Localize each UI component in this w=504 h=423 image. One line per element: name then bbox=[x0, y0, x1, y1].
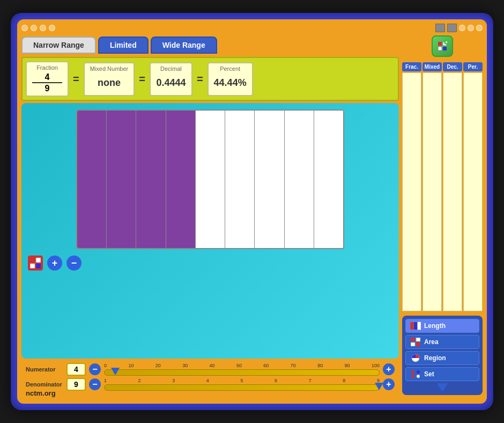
dot-7 bbox=[476, 25, 483, 31]
add-row-btn-container: + bbox=[402, 35, 483, 60]
equals-3: = bbox=[197, 73, 203, 85]
dec-data-col bbox=[443, 72, 462, 311]
add-button[interactable]: + bbox=[47, 256, 62, 271]
title-bar bbox=[21, 24, 483, 32]
numerator-plus[interactable]: + bbox=[383, 363, 395, 375]
numerator-track[interactable] bbox=[104, 369, 380, 376]
set-label: Set bbox=[424, 370, 434, 378]
right-panel: + Frac. Mixed Dec. Per. bbox=[402, 35, 483, 395]
mixed-data-col bbox=[423, 72, 442, 311]
mixed-label: Mixed Number bbox=[90, 65, 129, 72]
percent-box: Percent 44.44% bbox=[207, 62, 253, 96]
title-icons bbox=[435, 24, 483, 32]
left-panel: Narrow Range Limited Wide Range Fraction… bbox=[21, 35, 399, 395]
bar-5 bbox=[225, 111, 255, 248]
denominator-display: 9 bbox=[32, 83, 62, 93]
decimal-value: 0.4444 bbox=[156, 73, 186, 93]
mode-length[interactable]: Length bbox=[405, 319, 479, 333]
tab-wide[interactable]: Wide Range bbox=[151, 37, 217, 54]
per-data-col bbox=[463, 72, 483, 311]
controls-row: + − bbox=[28, 253, 392, 273]
numerator-label: Numerator bbox=[26, 366, 63, 373]
print-icon[interactable] bbox=[447, 24, 457, 32]
display-type-icon[interactable] bbox=[28, 256, 43, 271]
footer-text: nctm.org bbox=[26, 389, 56, 397]
percent-label: Percent bbox=[214, 65, 247, 72]
numerator-thumb[interactable] bbox=[111, 368, 120, 375]
dot-2 bbox=[31, 25, 37, 31]
dot-1 bbox=[21, 25, 28, 31]
fraction-label: Fraction bbox=[32, 64, 62, 71]
down-arrow-button[interactable] bbox=[437, 383, 448, 392]
svg-rect-12 bbox=[418, 322, 421, 330]
denominator-plus[interactable]: + bbox=[383, 378, 395, 390]
mixed-value: none bbox=[90, 73, 129, 93]
tab-narrow[interactable]: Narrow Range bbox=[21, 37, 96, 54]
bar-0 bbox=[77, 111, 107, 248]
equals-1: = bbox=[73, 73, 79, 85]
add-row-button[interactable]: + bbox=[432, 35, 453, 57]
svg-rect-7 bbox=[443, 47, 447, 50]
remove-button[interactable]: − bbox=[66, 256, 81, 271]
bars-container bbox=[76, 110, 344, 249]
mode-region[interactable]: Region bbox=[405, 351, 479, 365]
frac-data-col bbox=[402, 72, 421, 311]
outer-frame: Narrow Range Limited Wide Range Fraction… bbox=[11, 13, 493, 410]
numerator-minus[interactable]: − bbox=[89, 363, 101, 375]
mode-set[interactable]: Set bbox=[405, 367, 479, 381]
numerator-slider-track-container: 0102030405060708090100 bbox=[104, 363, 380, 376]
save-icon[interactable] bbox=[435, 24, 445, 32]
numerator-ticks: 0102030405060708090100 bbox=[104, 363, 380, 368]
numerator-row: Numerator 4 − 0102030405060708090100 + bbox=[26, 363, 395, 376]
mode-buttons: Length Area bbox=[402, 316, 483, 395]
mixed-box: Mixed Number none bbox=[84, 62, 135, 96]
bar-4 bbox=[196, 111, 225, 248]
set-icon bbox=[410, 370, 421, 378]
col-per: Per. bbox=[463, 62, 483, 71]
arrow-container bbox=[405, 383, 479, 392]
svg-rect-15 bbox=[411, 342, 415, 346]
bar-7 bbox=[285, 111, 314, 248]
area-label: Area bbox=[424, 338, 439, 346]
svg-text:+: + bbox=[445, 40, 448, 45]
svg-rect-2 bbox=[30, 264, 35, 268]
col-frac: Frac. bbox=[402, 62, 421, 71]
svg-rect-4 bbox=[438, 42, 442, 46]
svg-point-21 bbox=[417, 375, 420, 378]
svg-rect-6 bbox=[438, 47, 442, 50]
svg-point-20 bbox=[411, 375, 414, 378]
denominator-row: Denominator 9 − 123456789 + bbox=[26, 378, 395, 391]
decimal-label: Decimal bbox=[156, 65, 186, 72]
svg-rect-0 bbox=[30, 258, 35, 262]
tab-limited[interactable]: Limited bbox=[98, 37, 149, 54]
denominator-track[interactable] bbox=[104, 384, 380, 391]
length-label: Length bbox=[424, 322, 446, 330]
bar-3 bbox=[166, 111, 196, 248]
region-icon bbox=[410, 354, 421, 362]
svg-rect-3 bbox=[36, 264, 41, 268]
length-icon bbox=[410, 322, 421, 330]
denominator-label: Denominator bbox=[26, 381, 63, 388]
denominator-value[interactable]: 9 bbox=[66, 378, 86, 391]
window-dots bbox=[21, 25, 55, 31]
svg-point-19 bbox=[417, 370, 420, 374]
slider-section: Numerator 4 − 0102030405060708090100 + bbox=[21, 361, 399, 395]
bar-8 bbox=[314, 111, 343, 248]
denominator-minus[interactable]: − bbox=[89, 378, 101, 390]
region-label: Region bbox=[424, 354, 446, 362]
dot-3 bbox=[40, 25, 46, 31]
inner-frame: Narrow Range Limited Wide Range Fraction… bbox=[17, 19, 487, 404]
denominator-thumb[interactable] bbox=[375, 383, 383, 390]
col-dec: Dec. bbox=[443, 62, 462, 71]
numerator-display: 4 bbox=[32, 72, 62, 83]
fraction-box: Fraction 4 9 bbox=[26, 61, 69, 97]
column-headers: Frac. Mixed Dec. Per. bbox=[402, 62, 483, 71]
svg-point-18 bbox=[411, 370, 414, 374]
dot-4 bbox=[49, 25, 55, 31]
tabs-row: Narrow Range Limited Wide Range bbox=[21, 35, 399, 55]
numerator-value[interactable]: 4 bbox=[66, 363, 86, 376]
mode-area[interactable]: Area bbox=[405, 335, 479, 349]
fraction-display: Fraction 4 9 = Mixed Number none = bbox=[21, 57, 399, 101]
bar-1 bbox=[107, 111, 136, 248]
svg-rect-14 bbox=[416, 338, 420, 341]
